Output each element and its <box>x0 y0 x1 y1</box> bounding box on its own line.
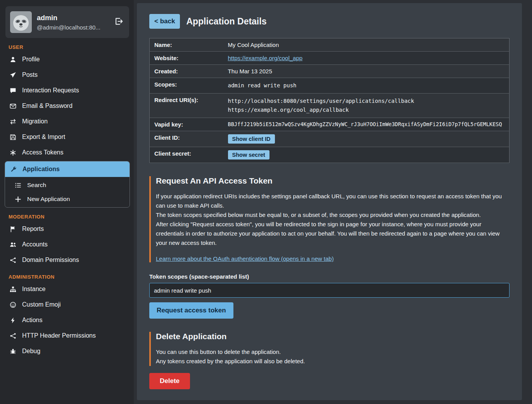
paper-plane-icon <box>9 72 16 78</box>
table-row: Vapid key: BBJffJ219b5iE512m7wQSzv4KgKDh… <box>150 118 510 131</box>
wrench-icon <box>10 166 17 173</box>
applications-subnav: Search New Application <box>5 177 130 207</box>
sidebar-item-label: Search <box>27 182 46 189</box>
oauth-docs-link[interactable]: Learn more about the OAuth authenticatio… <box>156 255 334 262</box>
user-name: admin <box>37 14 100 22</box>
detail-value: Thu Mar 13 2025 <box>223 65 510 78</box>
page-title: Application Details <box>186 16 266 27</box>
sidebar-item-reports[interactable]: Reports <box>5 221 130 237</box>
sidebar-item-actions[interactable]: Actions <box>5 312 130 328</box>
token-scopes-input[interactable] <box>149 283 510 298</box>
exchange-icon <box>9 118 16 125</box>
section-user: USER <box>9 44 127 50</box>
applications-group: Applications Search New Application <box>5 161 130 208</box>
request-token-paragraph: If your application redirect URIs includ… <box>156 192 510 210</box>
sidebar-item-migration[interactable]: Migration <box>5 114 130 129</box>
detail-label: Client ID: <box>150 131 223 147</box>
website-link[interactable]: https://example.org/cool_app <box>228 55 303 61</box>
sidebar-item-applications[interactable]: Applications <box>5 161 130 177</box>
sidebar-item-label: Applications <box>22 166 60 173</box>
token-scopes-label: Token scopes (space-separated list) <box>149 273 510 280</box>
sidebar-item-custom-emoji[interactable]: Custom Emoji <box>5 297 130 312</box>
detail-label: Scopes: <box>150 78 223 94</box>
show-client-id-button[interactable]: Show client ID <box>228 134 275 144</box>
sidebar-item-label: Export & Import <box>22 134 65 140</box>
sidebar-item-label: Email & Password <box>22 102 73 109</box>
delete-application-title: Delete Application <box>156 332 510 341</box>
users-icon <box>9 241 16 248</box>
content-panel: < back Application Details Name: My Cool… <box>137 3 522 400</box>
sidebar-item-label: Profile <box>22 56 40 63</box>
delete-button[interactable]: Delete <box>149 373 190 389</box>
sidebar-item-debug[interactable]: Debug <box>5 343 130 359</box>
sidebar-item-export-import[interactable]: Export & Import <box>5 129 130 145</box>
request-token-section: Request An API Access Token If your appl… <box>149 176 510 262</box>
envelope-icon <box>9 103 16 109</box>
app-root: admin @admin@localhost:80... USER Profil… <box>0 0 532 404</box>
plus-icon <box>14 196 21 203</box>
logout-icon[interactable] <box>113 16 124 29</box>
back-button[interactable]: < back <box>149 14 180 29</box>
sidebar-item-http-header-permissions[interactable]: HTTP Header Permissions <box>5 328 130 343</box>
detail-label: Name: <box>150 38 223 52</box>
request-token-paragraph: After clicking "Request access token", y… <box>156 220 510 248</box>
vapid-key-value: BBJffJ219b5iE512m7wQSzv4KgKDhgZZVzNyWC_r… <box>223 118 510 131</box>
comment-icon <box>9 87 16 94</box>
title-row: < back Application Details <box>149 14 510 29</box>
table-row: Client ID: Show client ID <box>150 131 510 147</box>
delete-application-section: Delete Application You can use this butt… <box>149 332 510 366</box>
sitemap-icon <box>9 286 16 293</box>
table-row: Client secret: Show secret <box>150 147 510 163</box>
section-moderation: MODERATION <box>9 214 127 220</box>
user-info: admin @admin@localhost:80... <box>37 14 100 31</box>
sidebar-item-posts[interactable]: Posts <box>5 67 130 83</box>
main-area: < back Application Details Name: My Cool… <box>134 0 532 404</box>
detail-value: My Cool Application <box>223 38 510 52</box>
sidebar-item-new-application[interactable]: New Application <box>8 192 130 206</box>
sidebar-item-search[interactable]: Search <box>8 178 130 192</box>
sidebar-item-label: Access Tokens <box>22 149 63 156</box>
request-token-paragraph: The token scopes specified below must be… <box>156 210 510 220</box>
asterisk-icon <box>9 149 16 156</box>
sidebar-item-instance[interactable]: Instance <box>5 281 130 297</box>
redirect-uri: http://localhost:8080/settings/user/appl… <box>228 97 505 106</box>
application-details-table: Name: My Cool Application Website: https… <box>149 38 510 163</box>
user-icon <box>9 56 16 63</box>
user-card: admin @admin@localhost:80... <box>5 6 129 38</box>
delete-application-line: Any tokens created by the application wi… <box>156 357 510 366</box>
smile-icon <box>9 302 16 308</box>
sidebar-item-email-password[interactable]: Email & Password <box>5 98 130 114</box>
sidebar-item-accounts[interactable]: Accounts <box>5 237 130 252</box>
detail-label: Client secret: <box>150 147 223 163</box>
sidebar-item-profile[interactable]: Profile <box>5 52 130 67</box>
table-row: Name: My Cool Application <box>150 38 510 52</box>
request-access-token-button[interactable]: Request access token <box>149 302 233 319</box>
sidebar-item-label: New Application <box>27 196 70 203</box>
bug-icon <box>9 348 16 355</box>
save-icon <box>9 134 16 140</box>
table-row: Website: https://example.org/cool_app <box>150 52 510 65</box>
user-handle: @admin@localhost:80... <box>37 24 100 31</box>
avatar <box>10 11 32 33</box>
detail-value-scopes: admin read write push <box>223 78 510 94</box>
detail-label: Website: <box>150 52 223 65</box>
sidebar-item-access-tokens[interactable]: Access Tokens <box>5 145 130 160</box>
section-administration: ADMINISTRATION <box>9 274 127 280</box>
detail-label: Vapid key: <box>150 118 223 131</box>
bolt-icon <box>9 317 16 324</box>
show-secret-button[interactable]: Show secret <box>228 150 269 160</box>
sidebar-item-label: Custom Emoji <box>22 301 61 308</box>
sidebar-item-interaction-requests[interactable]: Interaction Requests <box>5 83 130 98</box>
sidebar: admin @admin@localhost:80... USER Profil… <box>0 0 134 404</box>
table-row: Created: Thu Mar 13 2025 <box>150 65 510 78</box>
delete-application-line: You can use this button to delete the ap… <box>156 347 510 357</box>
sidebar-item-domain-permissions[interactable]: Domain Permissions <box>5 252 130 268</box>
request-token-title: Request An API Access Token <box>156 176 510 186</box>
sidebar-item-label: Accounts <box>22 241 48 248</box>
table-row: Scopes: admin read write push <box>150 78 510 94</box>
sidebar-item-label: HTTP Header Permissions <box>22 332 96 339</box>
list-icon <box>14 182 21 189</box>
table-row: Redirect URI(s): http://localhost:8080/s… <box>150 94 510 118</box>
sidebar-item-label: Migration <box>22 118 48 125</box>
redirect-uri: https://example.org/cool_app/callback <box>228 106 505 114</box>
